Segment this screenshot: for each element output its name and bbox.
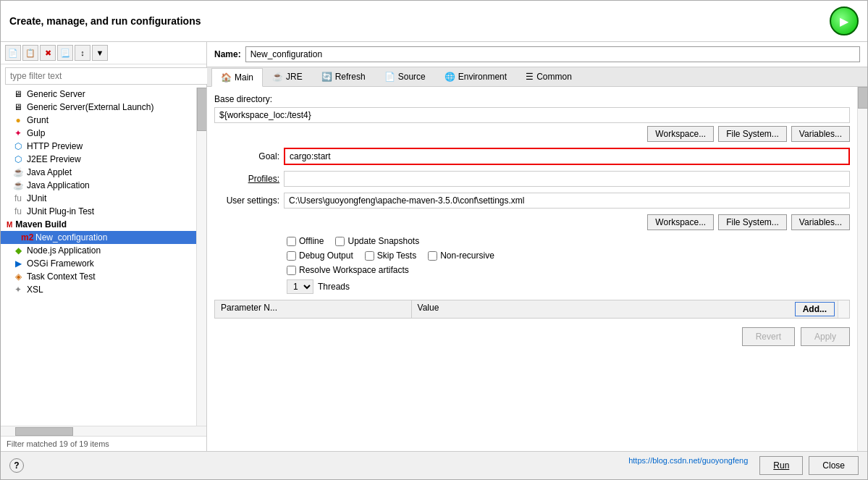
debug-output-checkbox-label[interactable]: Debug Output [287, 250, 353, 261]
http-icon: ⬡ [12, 141, 24, 151]
workspace-button-1[interactable]: Workspace... [647, 126, 714, 142]
junit-plugin-icon: fu [12, 206, 24, 216]
tree-item-task-context[interactable]: ◈ Task Context Test [1, 270, 196, 283]
apply-button[interactable]: Apply [801, 327, 850, 346]
tree-item-grunt[interactable]: ● Grunt [1, 114, 196, 127]
tree-item-java-app[interactable]: ☕ Java Application [1, 179, 196, 192]
tree-item-new-config[interactable]: m2 New_configuration [1, 231, 196, 244]
name-input[interactable] [245, 46, 860, 62]
resolve-workspace-checkbox-label[interactable]: Resolve Workspace artifacts [287, 265, 409, 275]
tree-item-maven-build[interactable]: M Maven Build [1, 218, 196, 231]
update-snapshots-checkbox[interactable] [335, 237, 345, 246]
m2-icon: m2 [21, 232, 33, 243]
skip-tests-checkbox[interactable] [365, 251, 374, 261]
base-dir-input[interactable] [214, 107, 850, 123]
debug-output-checkbox[interactable] [287, 251, 296, 261]
filesystem-button-2[interactable]: File System... [718, 214, 787, 230]
run-icon-button[interactable]: ▶ [830, 7, 859, 35]
variables-button-2[interactable]: Variables... [791, 214, 850, 230]
threads-select[interactable]: 1 2 4 [287, 279, 313, 294]
tree-item-junit-plugin[interactable]: fu JUnit Plug-in Test [1, 205, 196, 218]
variables-button-1[interactable]: Variables... [791, 126, 850, 142]
filter-button[interactable]: 📃 [57, 45, 73, 61]
non-recursive-checkbox-label[interactable]: Non-recursive [428, 250, 494, 261]
task-icon: ◈ [12, 271, 24, 282]
tree-item-gulp[interactable]: ✦ Gulp [1, 127, 196, 140]
resolve-workspace-checkbox[interactable] [287, 266, 296, 275]
profiles-input[interactable] [284, 171, 850, 187]
grunt-icon: ● [12, 115, 24, 125]
tree-item-nodejs[interactable]: ◆ Node.js Application [1, 244, 196, 257]
non-recursive-checkbox[interactable] [428, 251, 437, 261]
tree-item-osgi[interactable]: ▶ OSGi Framework [1, 257, 196, 270]
offline-checkbox-label[interactable]: Offline [287, 236, 324, 246]
param-header: Parameter N... Value Add... [214, 300, 850, 319]
offline-label: Offline [299, 236, 324, 246]
left-horiz-scrollbar[interactable] [1, 426, 206, 436]
tab-main[interactable]: 🏠 Main [211, 68, 263, 87]
update-snapshots-label: Update Snapshots [347, 236, 419, 246]
nodejs-icon: ◆ [12, 245, 24, 256]
right-panel: Name: 🏠 Main ☕ JRE 🔄 Refresh 📄 [207, 42, 867, 451]
non-recursive-label: Non-recursive [440, 250, 494, 261]
filesystem-button-1[interactable]: File System... [718, 126, 787, 142]
goal-input[interactable] [285, 149, 848, 164]
dialog-body: 📄 📋 ✖ 📃 ↕ ▼ 🖥 Generic Server 🖥 [1, 42, 867, 451]
user-settings-input[interactable] [284, 193, 850, 209]
run-button[interactable]: Run [759, 456, 803, 475]
new-config-button[interactable]: 📄 [5, 45, 21, 61]
junit-icon: fu [12, 193, 24, 203]
tree-item-generic-server[interactable]: 🖥 Generic Server [1, 88, 196, 101]
param-scroll-btn [838, 300, 849, 318]
tab-common[interactable]: ☰ Common [516, 67, 581, 86]
tree-item-junit[interactable]: fu JUnit [1, 192, 196, 205]
add-param-button[interactable]: Add... [795, 302, 835, 316]
skip-tests-checkbox-label[interactable]: Skip Tests [365, 250, 416, 261]
footer-actions: https://blog.csdn.net/guoyongfeng Run Cl… [628, 456, 859, 475]
threads-label: Threads [318, 282, 350, 292]
common-tab-icon: ☰ [526, 72, 534, 82]
close-button[interactable]: Close [809, 456, 859, 475]
java-applet-icon: ☕ [12, 167, 24, 177]
tab-source[interactable]: 📄 Source [375, 67, 435, 86]
user-settings-label: User settings: [214, 195, 279, 206]
left-scroll-thumb[interactable] [197, 88, 206, 131]
main-tab-icon: 🏠 [221, 72, 232, 83]
tree-item-http[interactable]: ⬡ HTTP Preview [1, 140, 196, 153]
resolve-workspace-label: Resolve Workspace artifacts [299, 265, 409, 275]
revert-button[interactable]: Revert [742, 327, 795, 346]
tree-item-java-applet[interactable]: ☕ Java Applet [1, 166, 196, 179]
name-label: Name: [214, 49, 241, 59]
duplicate-button[interactable]: 📋 [22, 45, 38, 61]
help-button[interactable]: ? [9, 458, 24, 473]
name-row: Name: [207, 42, 867, 67]
java-app-icon: ☕ [12, 180, 24, 190]
left-scrollbar[interactable] [196, 88, 206, 426]
tree-item-j2ee[interactable]: ⬡ J2EE Preview [1, 153, 196, 166]
collapse-all-button[interactable]: ↕ [75, 45, 90, 61]
tab-refresh[interactable]: 🔄 Refresh [312, 67, 375, 86]
tree-item-generic-server-ext[interactable]: 🖥 Generic Server(External Launch) [1, 101, 196, 114]
left-footer: Filter matched 19 of 19 items [1, 436, 206, 451]
footer-link: https://blog.csdn.net/guoyongfeng [628, 456, 748, 475]
goal-box [284, 148, 850, 165]
left-horiz-thumb[interactable] [15, 427, 73, 436]
filter-input[interactable] [5, 67, 211, 85]
right-scrollbar[interactable] [857, 87, 867, 451]
workspace-button-2[interactable]: Workspace... [647, 214, 714, 230]
environment-tab-icon: 🌐 [444, 72, 455, 82]
add-btn-cell: Add... [792, 300, 838, 318]
tab-environment[interactable]: 🌐 Environment [435, 67, 516, 86]
offline-checkbox[interactable] [287, 237, 296, 246]
content-area: Base directory: Workspace... File System… [207, 87, 857, 451]
j2ee-icon: ⬡ [12, 154, 24, 164]
right-scroll-thumb[interactable] [858, 87, 867, 109]
update-snapshots-checkbox-label[interactable]: Update Snapshots [335, 236, 419, 246]
tree-item-xsl[interactable]: ✦ XSL [1, 283, 196, 296]
param-col1-header: Parameter N... [215, 300, 412, 318]
delete-button[interactable]: ✖ [40, 45, 56, 61]
tab-jre[interactable]: ☕ JRE [263, 67, 312, 86]
dropdown-button[interactable]: ▼ [92, 45, 108, 61]
checkbox-row-1: Offline Update Snapshots [214, 236, 850, 246]
goal-label: Goal: [214, 151, 279, 161]
